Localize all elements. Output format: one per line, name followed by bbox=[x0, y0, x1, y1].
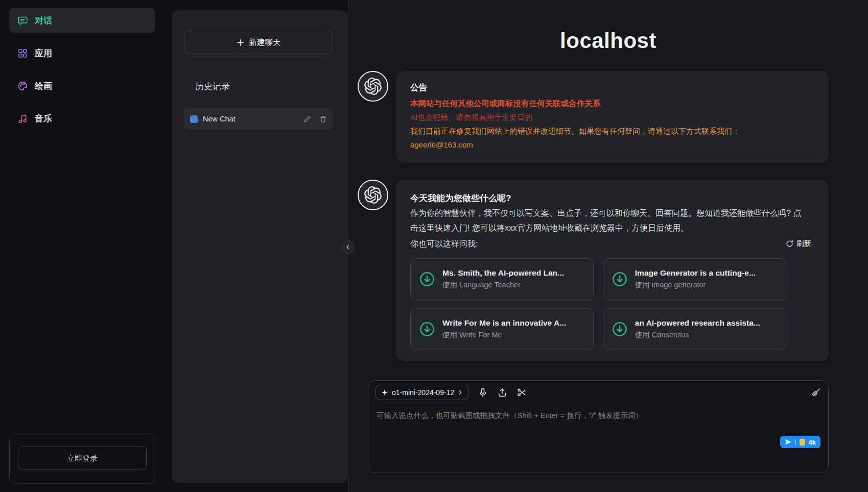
clear-context-broom-icon[interactable] bbox=[811, 387, 821, 398]
sidebar: 对话 应用 绘画 音乐 bbox=[9, 8, 155, 139]
welcome-body: 作为你的智慧伙伴，我不仅可以写文案、出点子，还可以和你聊天、回答问题。想知道我还… bbox=[410, 206, 806, 235]
welcome-message: 今天我能为您做些什么呢? 作为你的智慧伙伴，我不仅可以写文案、出点子，还可以和你… bbox=[358, 180, 829, 361]
sidebar-item-apps[interactable]: 应用 bbox=[9, 41, 155, 65]
refresh-icon bbox=[786, 240, 793, 248]
suggestion-card[interactable]: Ms. Smith, the AI-powered Lan... 使用 Lang… bbox=[410, 258, 594, 300]
edit-icon[interactable] bbox=[303, 115, 311, 123]
plus-icon bbox=[237, 39, 244, 46]
sidebar-item-label: 对话 bbox=[35, 15, 52, 27]
sidebar-item-label: 绘画 bbox=[35, 80, 52, 92]
delete-icon[interactable] bbox=[319, 115, 327, 123]
download-circle-icon bbox=[612, 271, 628, 287]
announcement-line1: 本网站与任何其他公司或商标没有任何关联或合作关系 bbox=[410, 96, 814, 110]
welcome-bubble: 今天我能为您做些什么呢? 作为你的智慧伙伴，我不仅可以写文案、出点子，还可以和你… bbox=[396, 180, 829, 361]
token-count: 4k bbox=[809, 438, 816, 446]
upload-icon[interactable] bbox=[497, 387, 507, 398]
welcome-title: 今天我能为您做些什么呢? bbox=[410, 191, 814, 206]
chat-item-avatar bbox=[190, 115, 198, 123]
refresh-label: 刷新 bbox=[796, 239, 811, 249]
announcement-line3: 我们目前正在修复我们网站上的错误并改进细节。如果您有任何疑问，请通过以下方式联系… bbox=[410, 124, 814, 138]
chat-history-item[interactable]: New Chat bbox=[184, 108, 333, 130]
suggestion-subtitle: 使用 Language Teacher bbox=[442, 280, 564, 290]
suggestion-title: an AI-powered research assista... bbox=[635, 318, 760, 328]
chevron-right-icon bbox=[458, 390, 463, 395]
new-chat-label: 新建聊天 bbox=[249, 37, 281, 48]
main-area: localhost 公告 本网站与任何其他公司或商标没有任何关联或合作关系 AI… bbox=[348, 0, 868, 492]
download-circle-icon bbox=[419, 321, 435, 337]
new-chat-button[interactable]: 新建聊天 bbox=[184, 31, 333, 54]
sidebar-item-label: 应用 bbox=[35, 47, 52, 59]
download-circle-icon bbox=[419, 271, 435, 287]
chat-item-title: New Chat bbox=[203, 115, 295, 123]
page-title: localhost bbox=[348, 29, 868, 53]
composer-toolbar: o1-mini-2024-09-12 bbox=[368, 381, 828, 404]
music-icon bbox=[17, 113, 28, 124]
suggestion-title: Image Generator is a cutting-e... bbox=[635, 268, 756, 278]
suggestion-title: Ms. Smith, the AI-powered Lan... bbox=[442, 268, 564, 278]
login-button[interactable]: 立即登录 bbox=[18, 447, 147, 470]
message-input[interactable] bbox=[368, 404, 828, 473]
sidebar-item-paint[interactable]: 绘画 bbox=[9, 73, 155, 98]
model-selector[interactable]: o1-mini-2024-09-12 bbox=[376, 385, 468, 400]
download-circle-icon bbox=[612, 321, 628, 337]
apps-icon bbox=[17, 48, 28, 59]
suggestion-subtitle: 使用 Write For Me bbox=[442, 330, 566, 340]
composer: o1-mini-2024-09-12 bbox=[368, 380, 829, 473]
suggestion-grid: Ms. Smith, the AI-powered Lan... 使用 Lang… bbox=[410, 258, 786, 350]
sidebar-item-label: 音乐 bbox=[35, 113, 52, 125]
suggestion-subtitle: 使用 Consensus bbox=[635, 330, 760, 340]
announcement-message: 公告 本网站与任何其他公司或商标没有任何关联或合作关系 AI也会犯错。请勿将其用… bbox=[358, 71, 829, 163]
badge-divider bbox=[795, 439, 796, 446]
chat-icon bbox=[17, 15, 28, 26]
send-button[interactable]: 4k bbox=[780, 436, 820, 448]
contact-email-link[interactable]: ageerle@163.com bbox=[410, 138, 473, 152]
model-name: o1-mini-2024-09-12 bbox=[392, 388, 454, 397]
suggestion-card[interactable]: Image Generator is a cutting-e... 使用 ima… bbox=[603, 258, 786, 300]
chat-list-panel: 新建聊天 历史记录 New Chat bbox=[172, 10, 348, 483]
sidebar-item-chat[interactable]: 对话 bbox=[9, 8, 155, 33]
send-plane-icon bbox=[785, 438, 792, 446]
announcement-line2: AI也会犯错。请勿将其用于重要目的 bbox=[410, 110, 814, 124]
announcement-title: 公告 bbox=[410, 82, 814, 93]
refresh-button[interactable]: 刷新 bbox=[786, 239, 814, 249]
ask-hint: 你也可以这样问我: bbox=[410, 236, 478, 251]
history-title: 历史记录 bbox=[195, 81, 230, 92]
microphone-icon[interactable] bbox=[478, 387, 488, 398]
suggestion-card[interactable]: an AI-powered research assista... 使用 Con… bbox=[603, 308, 786, 350]
collapse-sidebar-button[interactable] bbox=[341, 240, 355, 254]
sidebar-item-music[interactable]: 音乐 bbox=[9, 106, 155, 131]
scissors-icon[interactable] bbox=[517, 387, 527, 398]
suggestion-subtitle: 使用 image generator bbox=[635, 280, 756, 290]
openai-logo-icon bbox=[364, 78, 382, 95]
bot-avatar bbox=[358, 180, 388, 210]
announcement-bubble: 公告 本网站与任何其他公司或商标没有任何关联或合作关系 AI也会犯错。请勿将其用… bbox=[396, 71, 829, 163]
bot-avatar bbox=[358, 71, 388, 102]
suggestion-card[interactable]: Write For Me is an innovative A... 使用 Wr… bbox=[410, 308, 594, 350]
sparkle-icon bbox=[381, 389, 388, 396]
suggestion-title: Write For Me is an innovative A... bbox=[442, 318, 566, 328]
palette-icon bbox=[17, 81, 28, 91]
openai-logo-icon bbox=[364, 186, 382, 204]
token-icon bbox=[800, 439, 805, 446]
login-panel: 立即登录 bbox=[9, 433, 155, 484]
